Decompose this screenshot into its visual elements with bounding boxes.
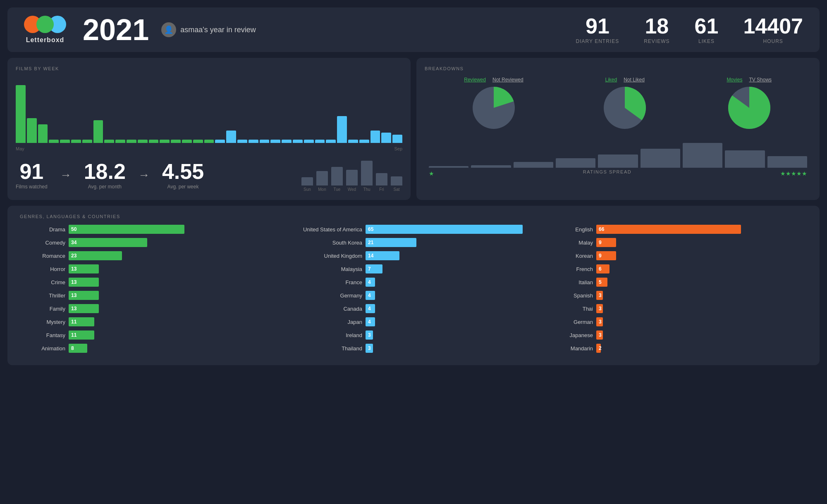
bar-row: Korean9 (556, 251, 807, 260)
pie-chart (727, 85, 772, 131)
stat-hours: 14407 HOURS (743, 15, 803, 44)
horiz-bar: 5 (596, 278, 607, 287)
bar-row-label: Thai (556, 306, 593, 312)
horiz-bar: 14 (366, 251, 399, 260)
films-watched-label: Films watched (16, 184, 48, 190)
bar-row-label: English (556, 226, 593, 233)
bar-row-label: Japan (288, 319, 362, 325)
bar-row: Japan4 (288, 317, 539, 326)
bar-row: German3 (556, 317, 807, 326)
rating-bar (429, 166, 468, 168)
bar-row-label: Ireland (288, 332, 362, 338)
avg-per-month-value: 18.2 (84, 161, 126, 182)
countries-column: United States of America65South Korea21U… (288, 225, 539, 357)
genres-grid: Drama50Comedy34Romance23Horror13Crime13T… (20, 225, 807, 357)
ratings-axis: ★ RATINGS SPREAD ★★★★★ (425, 168, 811, 178)
hours-label: HOURS (743, 38, 803, 44)
header-stats: 91 DIARY ENTRIES 18 REVIEWS 61 LIKES 144… (576, 15, 803, 44)
rating-bar-wrap (514, 139, 553, 168)
weekly-bar (82, 140, 92, 143)
horiz-bar: 13 (69, 304, 99, 313)
bar-row-label: South Korea (288, 240, 362, 246)
films-panel-title: FILMS BY WEEK (16, 66, 402, 71)
bar-row: Germany4 (288, 291, 539, 300)
horiz-bar: 50 (69, 225, 184, 234)
reviews-value: 18 (644, 15, 669, 37)
horiz-bar: 7 (366, 264, 382, 273)
rating-bar-wrap (641, 139, 680, 168)
avg-per-month-stat: 18.2 Avg. per month (84, 161, 126, 190)
bar-row: Crime13 (20, 278, 271, 287)
dow-label: Tue (334, 187, 341, 192)
pie-legend: LikedNot Liked (605, 77, 645, 83)
horiz-bar: 65 (366, 225, 523, 234)
weekly-bar (93, 120, 103, 143)
bar-row: Fantasy11 (20, 330, 271, 340)
rating-bar (725, 150, 765, 168)
ratings-spread: ★ RATINGS SPREAD ★★★★★ (425, 139, 811, 178)
bar-row: Drama50 (20, 225, 271, 234)
avg-per-month-label: Avg. per month (84, 184, 126, 190)
dow-bar (391, 176, 402, 185)
horiz-bar: 3 (596, 291, 603, 300)
diary-entries-value: 91 (576, 15, 619, 37)
bar-row-label: Animation (20, 345, 65, 352)
breakdowns-panel: BREAKDOWNS ReviewedNot ReviewedLikedNot … (416, 58, 820, 200)
horiz-bar: 3 (596, 317, 603, 326)
genres-panel: GENRES, LANGUAGES & COUNTRIES Drama50Com… (7, 206, 820, 365)
bar-row: Comedy34 (20, 238, 271, 247)
rating-bar-wrap (429, 139, 468, 168)
max-stars: ★★★★★ (780, 170, 807, 177)
horiz-bar: 11 (69, 317, 94, 326)
rating-bar (471, 165, 511, 168)
dow-bar-wrap: Wed (346, 170, 358, 192)
pie-item: ReviewedNot Reviewed (464, 77, 523, 131)
weekly-bar (226, 131, 236, 143)
bar-row: Horror13 (20, 264, 271, 273)
films-by-week-panel: FILMS BY WEEK May Sep 91 Films watched →… (7, 58, 411, 200)
weekly-bar (359, 140, 369, 143)
dow-bar (331, 167, 343, 185)
dow-label: Thu (363, 187, 370, 192)
horiz-bar: 4 (366, 278, 375, 287)
genres-title: GENRES, LANGUAGES & COUNTRIES (20, 214, 807, 219)
rating-bar (598, 155, 638, 168)
main-content: FILMS BY WEEK May Sep 91 Films watched →… (0, 58, 827, 206)
chart-labels: May Sep (16, 146, 402, 151)
pie-legend-label2: Not Reviewed (492, 77, 523, 83)
bar-row-label: Mystery (20, 319, 65, 325)
bar-row-label: Germany (288, 292, 362, 299)
horiz-bar: 8 (69, 344, 87, 353)
weekly-bar (337, 116, 347, 143)
weekly-bar (127, 140, 136, 143)
rating-bar (683, 143, 722, 168)
weekly-bar (149, 140, 159, 143)
pie-chart (471, 85, 516, 131)
bar-row: United Kingdom14 (288, 251, 539, 260)
bar-row: Japanese3 (556, 330, 807, 340)
dow-label: Sat (393, 187, 399, 192)
bar-row-label: Malaysia (288, 266, 362, 272)
bar-row: Thai3 (556, 304, 807, 313)
bar-row: Mystery11 (20, 317, 271, 326)
logo-text: Letterboxd (26, 36, 65, 44)
hours-value: 14407 (743, 15, 803, 37)
year-text: 2021 (83, 15, 149, 45)
weekly-bar (71, 140, 81, 143)
header: Letterboxd 2021 👤 asmaa's year in review… (7, 7, 820, 52)
bar-row-label: Spanish (556, 292, 593, 299)
horiz-bar: 3 (366, 330, 373, 340)
bar-row-label: Mandarin (556, 345, 593, 352)
weekly-bar (282, 140, 292, 143)
chart-label-start: May (16, 146, 24, 151)
weekly-bar (60, 140, 70, 143)
weekly-bar (38, 124, 48, 143)
reviews-label: REVIEWS (644, 38, 669, 44)
horiz-bar: 21 (366, 238, 416, 247)
dow-label: Mon (318, 187, 326, 192)
dow-label: Sun (304, 187, 311, 192)
arrow2: → (138, 169, 150, 182)
bar-row: French6 (556, 264, 807, 273)
bar-row-label: Horror (20, 266, 65, 272)
bottom-section: GENRES, LANGUAGES & COUNTRIES Drama50Com… (0, 206, 827, 373)
